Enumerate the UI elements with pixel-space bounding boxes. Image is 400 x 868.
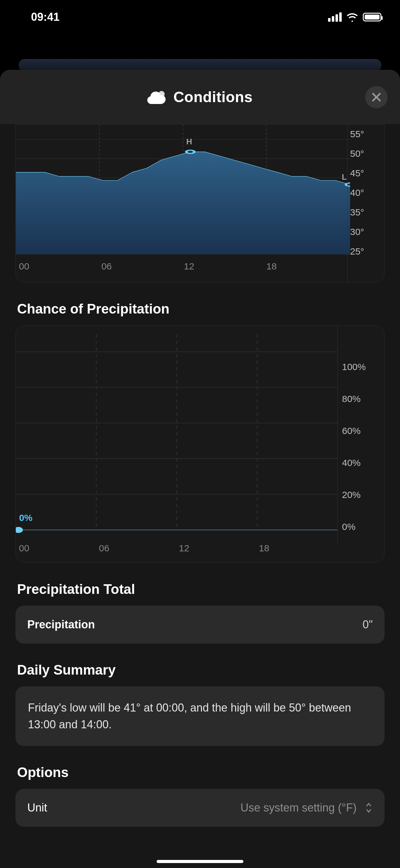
- wifi-icon: [346, 12, 359, 22]
- x-tick: 06: [98, 543, 178, 554]
- y-tick: 80%: [338, 383, 384, 415]
- svg-point-12: [346, 183, 350, 186]
- temperature-x-axis: 00 06 12 18: [16, 261, 347, 281]
- y-tick: 40°: [350, 183, 384, 203]
- x-tick: 18: [265, 261, 347, 272]
- precip-total-value: 0": [363, 618, 373, 631]
- y-tick: 60%: [338, 415, 384, 447]
- cloud-icon: [147, 90, 166, 104]
- x-tick: 00: [18, 543, 98, 554]
- svg-point-11: [186, 150, 194, 154]
- x-tick: 12: [182, 261, 265, 272]
- home-indicator[interactable]: [157, 860, 243, 863]
- chevron-up-down-icon: [365, 802, 373, 814]
- precipitation-chance-chart[interactable]: 0% 100% 80% 60% 40% 20% 0% 00 06 12: [15, 326, 385, 563]
- precipitation-x-axis: 00 06 12 18: [16, 543, 338, 563]
- status-bar: 09:41: [0, 0, 400, 34]
- y-tick: 25°: [350, 242, 384, 261]
- x-tick: 00: [18, 261, 100, 272]
- conditions-sheet: Conditions: [0, 70, 400, 868]
- precip-total-label: Precipitation: [27, 618, 95, 631]
- y-tick: 55°: [350, 124, 384, 144]
- sheet-header: Conditions: [0, 70, 400, 124]
- temperature-y-axis: 55° 50° 45° 40° 35° 30° 25°: [350, 124, 384, 261]
- y-tick: 100%: [338, 351, 384, 383]
- page-title: Conditions: [173, 89, 253, 105]
- y-tick: 0%: [338, 511, 384, 543]
- status-indicators: [328, 12, 381, 22]
- svg-point-23: [16, 527, 23, 533]
- y-tick: 20%: [338, 479, 384, 511]
- y-tick: 40%: [338, 447, 384, 479]
- unit-option-row[interactable]: Unit Use system setting (°F): [15, 789, 385, 827]
- battery-icon: [363, 13, 381, 22]
- y-tick: 35°: [350, 203, 384, 222]
- low-marker-label: L: [342, 172, 347, 182]
- daily-summary-card: Friday's low will be 41° at 00:00, and t…: [15, 686, 385, 746]
- unit-value: Use system setting (°F): [241, 801, 357, 814]
- y-tick: 45°: [350, 164, 384, 183]
- section-title-daily-summary: Daily Summary: [17, 662, 383, 678]
- status-time: 09:41: [31, 10, 60, 24]
- section-title-precip-total: Precipitation Total: [17, 582, 383, 597]
- x-tick: 18: [258, 543, 338, 554]
- x-tick: 12: [178, 543, 258, 554]
- close-button[interactable]: [365, 86, 388, 108]
- cellular-signal-icon: [328, 12, 342, 22]
- unit-label: Unit: [27, 801, 47, 814]
- background-card: [19, 59, 381, 71]
- daily-summary-text: Friday's low will be 41° at 00:00, and t…: [28, 700, 372, 733]
- section-title-precip-chance: Chance of Precipitation: [17, 301, 383, 317]
- section-title-options: Options: [17, 765, 383, 780]
- x-tick: 06: [100, 261, 182, 272]
- precipitation-y-axis: 100% 80% 60% 40% 20% 0%: [338, 326, 384, 543]
- temperature-chart[interactable]: H L 55° 50° 45° 40° 35° 30° 25° 00 06: [15, 124, 385, 282]
- svg-point-0: [159, 91, 165, 97]
- precip-current-label: 0%: [19, 513, 32, 523]
- close-icon: [371, 92, 382, 102]
- y-tick: 50°: [350, 144, 384, 164]
- precipitation-total-row[interactable]: Precipitation 0": [15, 606, 385, 644]
- y-tick: 30°: [350, 222, 384, 242]
- high-marker-label: H: [186, 137, 192, 147]
